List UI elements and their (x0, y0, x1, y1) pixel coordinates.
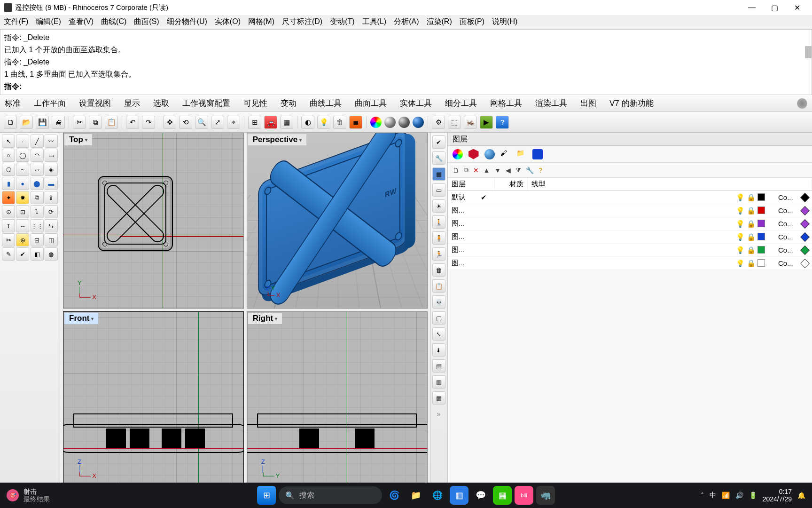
layer-print-diamond[interactable] (800, 232, 810, 242)
freeform-icon[interactable]: ~ (16, 163, 29, 176)
human-icon[interactable]: 🚶 (432, 215, 445, 229)
ellipse-icon[interactable]: ◯ (16, 149, 29, 162)
menu-help[interactable]: 说明(H) (492, 17, 517, 27)
twist-icon[interactable]: ⟳ (45, 205, 58, 218)
mesh-icon[interactable]: ⧉ (31, 191, 44, 204)
layer-color-wheel-icon[interactable] (453, 149, 463, 159)
tab-select[interactable]: 选取 (153, 98, 169, 109)
sun-icon[interactable]: ☀ (432, 199, 445, 213)
move-left-icon[interactable]: ◀ (506, 167, 511, 174)
axes-icon[interactable]: ⤡ (432, 327, 445, 341)
layer-color-swatch[interactable] (757, 193, 765, 201)
pointer-icon[interactable]: ↖ (2, 135, 15, 148)
chevron-down-icon[interactable]: ▾ (85, 137, 87, 143)
lock-icon[interactable]: 🔒 (747, 259, 756, 268)
menu-curve[interactable]: 曲线(C) (101, 17, 126, 27)
selection-filter-icon[interactable]: ▦ (432, 167, 445, 181)
rectangle-icon[interactable]: ▭ (45, 149, 58, 162)
polygon-icon[interactable]: ⬡ (2, 163, 15, 176)
layer-print-diamond[interactable] (800, 193, 810, 202)
layer-sphere-icon[interactable] (484, 149, 495, 159)
copy-layer-icon[interactable]: ⧉ (464, 166, 468, 174)
task-explorer-icon[interactable]: 📁 (406, 486, 425, 505)
tab-solidtools[interactable]: 实体工具 (400, 98, 432, 109)
layer-row[interactable]: 图...💡🔒Co... (448, 257, 812, 270)
menu-surface[interactable]: 曲面(S) (134, 17, 159, 27)
tab-curvetools[interactable]: 曲线工具 (310, 98, 342, 109)
layer-color-swatch[interactable] (757, 206, 765, 214)
move-down-icon[interactable]: ▼ (494, 167, 501, 174)
layer-linetype[interactable]: Co... (778, 233, 797, 241)
tab-v7new[interactable]: V7 的新功能 (609, 98, 654, 109)
zoom-selected-icon[interactable]: ⌖ (227, 116, 240, 129)
tab-vpconfig[interactable]: 工作视窗配置 (182, 98, 230, 109)
polyline-icon[interactable]: ╱ (31, 135, 44, 148)
tab-surftools[interactable]: 曲面工具 (355, 98, 387, 109)
minimize-button[interactable]: — (746, 2, 757, 13)
task-edge-icon[interactable]: 🌐 (428, 486, 447, 505)
point-icon[interactable]: · (16, 135, 29, 148)
join-icon[interactable]: ⊕ (16, 233, 29, 246)
cplane-tool-icon[interactable]: ▭ (432, 183, 445, 197)
cylinder-icon[interactable]: ⬤ (31, 177, 44, 190)
layer-linetype[interactable]: Co... (778, 246, 797, 254)
lock-icon[interactable]: 🔒 (747, 246, 756, 254)
rotate-view-icon[interactable]: ⟲ (179, 116, 192, 129)
help-icon[interactable]: ? (496, 116, 509, 129)
render-small-icon[interactable]: ◍ (45, 247, 58, 261)
tab-setview[interactable]: 设置视图 (79, 98, 111, 109)
chevron-down-icon[interactable]: ▾ (299, 137, 302, 143)
properties-icon[interactable]: ⬚ (448, 116, 461, 129)
dim-icon[interactable]: ↔ (16, 219, 29, 232)
text-icon[interactable]: T (2, 219, 15, 232)
task-wechat-icon[interactable]: 💬 (471, 486, 490, 505)
tray-wifi-icon[interactable]: 📶 (722, 492, 730, 499)
box-tool-icon[interactable]: ▢ (432, 311, 445, 325)
options-icon[interactable]: ⚙ (432, 116, 445, 129)
edit-cage-icon[interactable]: ⊡ (16, 205, 29, 218)
thermo-icon[interactable]: 🌡 (432, 343, 445, 357)
col-name[interactable]: 图层 (448, 178, 495, 190)
set-pt-icon[interactable]: ✎ (2, 247, 15, 261)
menu-render[interactable]: 渲染(R) (427, 17, 452, 27)
shade-icon[interactable]: ◐ (301, 116, 314, 129)
clipboard-icon[interactable]: 📋 (432, 279, 445, 293)
open-file-icon[interactable]: 📂 (20, 116, 33, 129)
col-material[interactable]: 材质 (495, 178, 528, 190)
mirror-icon[interactable]: ⇆ (45, 219, 58, 232)
panel-tab-layers[interactable]: 图层 (448, 133, 812, 146)
bend-icon[interactable]: ⤵ (31, 205, 44, 218)
move-up-icon[interactable]: ▲ (484, 167, 490, 174)
layer-print-diamond[interactable] (800, 259, 810, 268)
move-icon[interactable]: ✥ (163, 116, 176, 129)
tab-subdtools[interactable]: 细分工具 (445, 98, 477, 109)
four-view-icon[interactable]: ⊞ (248, 116, 261, 129)
layer-print-diamond[interactable] (800, 246, 810, 255)
render-color-icon[interactable] (370, 117, 382, 128)
menu-file[interactable]: 文件(F) (4, 17, 28, 27)
task-app2-icon[interactable]: ▥ (450, 486, 468, 505)
task-bilibili-icon[interactable]: bili (515, 486, 533, 505)
material-sphere2-icon[interactable] (398, 117, 410, 128)
edit-pt-icon[interactable]: ⊙ (2, 205, 15, 218)
box-icon[interactable]: ▮ (2, 177, 15, 190)
array-icon[interactable]: ⋮⋮ (31, 219, 44, 232)
trim-icon[interactable]: ✂ (2, 233, 15, 246)
set-view-icon[interactable]: 🚗 (264, 116, 277, 129)
menu-edit[interactable]: 编辑(E) (36, 17, 61, 27)
tray-ime[interactable]: 中 (710, 491, 716, 500)
chevron-down-icon[interactable]: ▾ (91, 316, 94, 321)
toolbar-options-icon[interactable] (797, 98, 807, 109)
layer-row[interactable]: 默认✔💡🔒Co... (448, 191, 812, 204)
copy-icon[interactable]: ⧉ (89, 116, 102, 129)
col-linetype[interactable]: 线型 (528, 178, 812, 190)
layer-row[interactable]: 图...💡🔒Co... (448, 217, 812, 230)
tray-volume-icon[interactable]: 🔊 (735, 492, 743, 499)
tab-transform[interactable]: 变动 (281, 98, 297, 109)
bulb-icon[interactable]: 💡 (736, 206, 745, 215)
named-view-icon[interactable]: ▦ (280, 116, 293, 129)
redo-icon[interactable]: ↷ (142, 116, 155, 129)
taskbar-search[interactable]: 🔍 搜索 (279, 486, 382, 504)
start-button[interactable]: ⊞ (257, 486, 276, 505)
lock-icon[interactable]: 🔒 (747, 233, 756, 241)
